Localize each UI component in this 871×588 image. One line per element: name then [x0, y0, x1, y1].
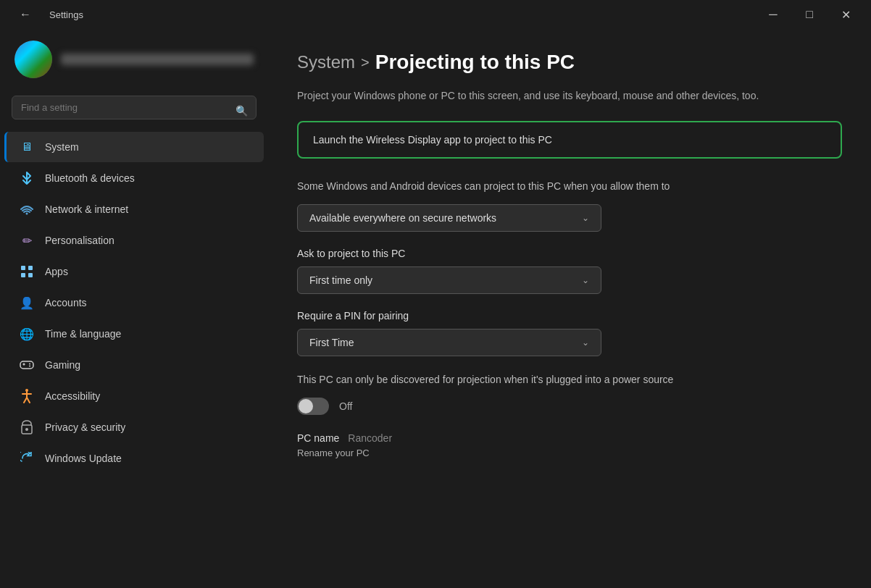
sidebar-label-apps: Apps	[45, 266, 68, 277]
pc-name-key: PC name	[297, 432, 339, 444]
svg-point-8	[29, 364, 30, 365]
svg-line-13	[24, 398, 27, 403]
sidebar-item-gaming[interactable]: Gaming	[4, 350, 264, 380]
rename-pc-link[interactable]: Rename your PC	[297, 448, 370, 458]
sidebar-label-system: System	[45, 141, 79, 153]
system-icon: 🖥	[19, 139, 35, 155]
sidebar-item-personalisation[interactable]: ✏ Personalisation	[4, 225, 264, 256]
sidebar-item-time[interactable]: 🌐 Time & language	[4, 319, 264, 349]
sidebar-label-gaming: Gaming	[45, 359, 80, 371]
svg-point-0	[26, 213, 28, 215]
breadcrumb: System > Projecting to this PC	[297, 51, 842, 74]
svg-rect-4	[28, 273, 33, 277]
close-button[interactable]: ✕	[829, 3, 862, 26]
ask-project-label: Ask to project to this PC	[297, 248, 842, 259]
pc-name-section: PC name Rancoder Rename your PC	[297, 432, 842, 458]
toggle-state-label: Off	[339, 400, 352, 412]
search-input[interactable]	[12, 96, 257, 119]
sidebar-label-accounts: Accounts	[45, 297, 87, 308]
sidebar-item-privacy[interactable]: Privacy & security	[4, 412, 264, 442]
svg-point-9	[29, 366, 30, 367]
sidebar-item-bluetooth[interactable]: Bluetooth & devices	[4, 163, 264, 193]
sidebar-label-bluetooth: Bluetooth & devices	[45, 172, 135, 184]
chevron-down-icon-2: ⌄	[582, 275, 589, 285]
maximize-button[interactable]: □	[793, 3, 826, 26]
launch-box-text: Launch the Wireless Display app to proje…	[313, 134, 552, 146]
minimize-button[interactable]: ─	[757, 3, 790, 26]
sidebar-item-system[interactable]: 🖥 System	[4, 132, 264, 162]
svg-rect-5	[20, 361, 33, 369]
pin-value: First Time	[309, 337, 354, 348]
breadcrumb-current: Projecting to this PC	[375, 51, 575, 74]
sidebar-item-apps[interactable]: Apps	[4, 256, 264, 287]
power-source-toggle[interactable]	[297, 398, 329, 415]
personalisation-icon: ✏	[19, 232, 35, 248]
svg-rect-2	[28, 266, 33, 270]
sidebar-item-accessibility[interactable]: Accessibility	[4, 381, 264, 411]
gaming-icon	[19, 357, 35, 373]
pc-name-row: PC name Rancoder	[297, 432, 842, 444]
section-description: Some Windows and Android devices can pro…	[297, 179, 842, 194]
nav-list: 🖥 System Bluetooth & devices	[0, 131, 268, 474]
title-bar-left: ← Settings	[9, 3, 83, 26]
network-icon	[19, 201, 35, 217]
sidebar-label-update: Windows Update	[45, 453, 122, 464]
power-source-toggle-row: Off	[297, 398, 842, 415]
bluetooth-icon	[19, 170, 35, 186]
pin-dropdown[interactable]: First Time ⌄	[297, 329, 601, 356]
pc-name-value: Rancoder	[348, 432, 392, 444]
main-content: System > Projecting to this PC Project y…	[268, 29, 871, 588]
sidebar-label-privacy: Privacy & security	[45, 421, 125, 433]
back-button[interactable]: ←	[9, 3, 42, 26]
accessibility-icon	[19, 388, 35, 404]
window-controls: ─ □ ✕	[757, 3, 862, 26]
avatar	[14, 41, 52, 78]
ask-project-dropdown[interactable]: First time only ⌄	[297, 266, 601, 294]
sidebar-item-accounts[interactable]: 👤 Accounts	[4, 287, 264, 318]
breadcrumb-parent[interactable]: System	[297, 52, 355, 72]
update-icon	[19, 450, 35, 466]
network-availability-value: Available everywhere on secure networks	[309, 212, 496, 224]
avatar-image	[14, 41, 52, 78]
breadcrumb-separator: >	[361, 54, 370, 71]
user-profile[interactable]	[0, 29, 268, 90]
sidebar-label-personalisation: Personalisation	[45, 235, 114, 246]
sidebar-item-network[interactable]: Network & internet	[4, 194, 264, 224]
network-availability-dropdown[interactable]: Available everywhere on secure networks …	[297, 204, 601, 232]
title-bar: ← Settings ─ □ ✕	[0, 0, 871, 29]
privacy-icon	[19, 419, 35, 435]
username	[61, 54, 254, 65]
sidebar-label-network: Network & internet	[45, 203, 128, 215]
chevron-down-icon: ⌄	[582, 213, 589, 223]
svg-point-16	[25, 428, 28, 431]
sidebar: 🔍 🖥 System Bluetooth & devices	[0, 29, 268, 588]
sidebar-item-update[interactable]: Windows Update	[4, 443, 264, 474]
launch-box[interactable]: Launch the Wireless Display app to proje…	[297, 121, 842, 159]
time-icon: 🌐	[19, 326, 35, 342]
pin-label: Require a PIN for pairing	[297, 310, 842, 322]
ask-project-value: First time only	[309, 274, 372, 286]
page-description: Project your Windows phone or PC to this…	[297, 88, 842, 104]
svg-line-14	[27, 398, 30, 403]
sidebar-label-time: Time & language	[45, 328, 121, 340]
toggle-knob	[299, 399, 313, 413]
apps-icon	[19, 264, 35, 280]
chevron-down-icon-3: ⌄	[582, 337, 589, 348]
svg-rect-1	[21, 266, 25, 270]
search-container: 🔍	[0, 90, 268, 131]
app-layout: 🔍 🖥 System Bluetooth & devices	[0, 29, 871, 588]
sidebar-label-accessibility: Accessibility	[45, 390, 100, 402]
svg-rect-3	[21, 273, 25, 277]
app-title: Settings	[49, 9, 83, 20]
accounts-icon: 👤	[19, 295, 35, 311]
toggle-description: This PC can only be discovered for proje…	[297, 372, 842, 387]
